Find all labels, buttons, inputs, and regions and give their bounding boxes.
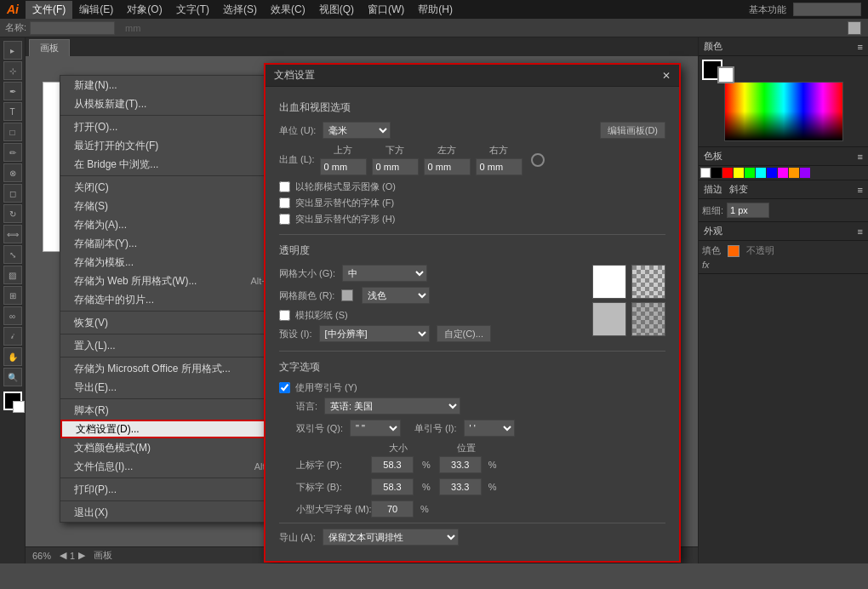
- mesh-tool[interactable]: ⊞: [3, 286, 22, 305]
- link-bleed-icon[interactable]: [531, 153, 545, 167]
- unit-row: 单位 (U): 毫米 像素 厘米 编辑画板(D): [279, 122, 665, 139]
- dialog-title-bar: 文档设置 ✕: [266, 65, 679, 87]
- col-size-header: 大小: [364, 442, 432, 455]
- subscript-pos-input[interactable]: [439, 478, 482, 495]
- stroke-swatch[interactable]: [717, 66, 734, 83]
- menu-window[interactable]: 窗口(W): [361, 1, 411, 19]
- direct-select-tool[interactable]: ⊹: [3, 61, 22, 80]
- menu-text[interactable]: 文字(T): [169, 1, 216, 19]
- language-label: 语言:: [296, 400, 317, 413]
- highlight-glyphs-label: 突出显示替代的字形 (H): [295, 213, 395, 226]
- subscript-size-input[interactable]: [371, 478, 414, 495]
- custom-btn[interactable]: 自定(C)...: [437, 325, 491, 342]
- canvas-tab[interactable]: 画板: [29, 39, 70, 56]
- fx-icon[interactable]: fx: [702, 260, 710, 270]
- export-label: 导山 (A):: [279, 531, 316, 544]
- superscript-row: 上标字 (P): % %: [296, 456, 665, 473]
- swatch-cyan[interactable]: [756, 168, 766, 178]
- color-spectrum[interactable]: [724, 82, 843, 141]
- stroke-menu-icon[interactable]: ≡: [858, 185, 863, 195]
- artboard-name-input[interactable]: [30, 21, 115, 35]
- swatch-magenta[interactable]: [778, 168, 788, 178]
- menu-file[interactable]: 文件(F): [26, 1, 72, 19]
- swatch-green[interactable]: [745, 168, 755, 178]
- simulate-paper-row: 模拟彩纸 (S): [279, 309, 592, 322]
- smart-quotes-row: 使用弯引号 (Y): [279, 381, 665, 394]
- export-select[interactable]: 保留文本可调排性: [323, 529, 459, 546]
- swatch-white[interactable]: [700, 168, 711, 178]
- stroke-weight-input[interactable]: [727, 203, 769, 218]
- smart-quotes-checkbox[interactable]: [279, 382, 290, 393]
- bleed-top-input[interactable]: [320, 158, 367, 175]
- menu-help[interactable]: 帮助(H): [411, 1, 460, 19]
- grid-color-select[interactable]: 浅色 深色: [362, 287, 430, 304]
- small-caps-input[interactable]: [371, 500, 414, 518]
- zoom-tool[interactable]: 🔍: [3, 368, 22, 386]
- shape-tool[interactable]: □: [3, 123, 22, 141]
- swatch-yellow[interactable]: [734, 168, 744, 178]
- small-caps-pct: %: [420, 504, 429, 514]
- bleed-right-input[interactable]: [476, 158, 523, 175]
- reflect-tool[interactable]: ⟺: [3, 225, 22, 243]
- swatches-menu-icon[interactable]: ≡: [858, 152, 863, 162]
- menu-object[interactable]: 对象(O): [120, 1, 168, 19]
- stroke-weight-row: 粗细:: [702, 203, 865, 218]
- dialog-close-btn[interactable]: ✕: [662, 70, 671, 82]
- swatch-blue[interactable]: [767, 168, 777, 178]
- zoom-level: 66%: [32, 551, 51, 561]
- fill-color[interactable]: [3, 392, 22, 410]
- eyedropper-tool[interactable]: 𝒾: [3, 327, 22, 346]
- unit-select[interactable]: 毫米 像素 厘米: [323, 122, 391, 139]
- bleed-bottom-input[interactable]: [372, 158, 419, 175]
- rotate-icon[interactable]: [848, 21, 861, 35]
- hand-tool[interactable]: ✋: [3, 347, 22, 366]
- blend-tool[interactable]: ∞: [3, 306, 22, 325]
- menu-view[interactable]: 视图(Q): [312, 1, 361, 19]
- appearance-menu-icon[interactable]: ≡: [858, 226, 863, 237]
- swatches-panel-header: 色板 ≡: [699, 147, 868, 166]
- menu-select[interactable]: 选择(S): [216, 1, 264, 19]
- scale-tool[interactable]: ⤡: [3, 245, 22, 264]
- grid-preview-white: [592, 265, 626, 299]
- swatch-red[interactable]: [722, 168, 733, 178]
- export-row: 导山 (A): 保留文本可调排性: [279, 523, 665, 546]
- stroke-panel-header: 描边 斜变 ≡: [699, 180, 868, 199]
- double-quote-select[interactable]: " ": [350, 420, 401, 437]
- outline-mode-checkbox[interactable]: [279, 181, 290, 192]
- rotate-tool[interactable]: ↻: [3, 204, 22, 223]
- transparency-section-title: 透明度: [279, 243, 665, 258]
- highlight-glyphs-checkbox[interactable]: [279, 214, 290, 225]
- search-input[interactable]: [793, 3, 861, 16]
- language-select[interactable]: 英语: 美国 中文: [324, 397, 460, 415]
- swatch-orange[interactable]: [789, 168, 799, 178]
- simulate-paper-checkbox[interactable]: [279, 310, 290, 321]
- superscript-pos-input[interactable]: [439, 456, 482, 473]
- artboard-status: 画板: [94, 549, 112, 562]
- panel-menu-icon[interactable]: ≡: [858, 42, 863, 52]
- highlight-fonts-checkbox[interactable]: [279, 197, 290, 209]
- preset-select[interactable]: [中分辨率] [低分辨率] [高分辨率]: [319, 325, 430, 342]
- pen-tool[interactable]: ✒: [3, 82, 22, 100]
- grid-size-select[interactable]: 中 小 大: [342, 265, 427, 282]
- superscript-size-input[interactable]: [371, 456, 414, 473]
- eraser-tool[interactable]: ◻: [3, 184, 22, 203]
- swatch-black[interactable]: [711, 168, 722, 178]
- bleed-top-group: 上方: [320, 144, 367, 175]
- gradient-tool[interactable]: ▨: [3, 266, 22, 284]
- fill-color-swatch[interactable]: [728, 245, 740, 257]
- menu-edit[interactable]: 编辑(E): [72, 1, 120, 19]
- swatch-purple[interactable]: [800, 168, 810, 178]
- grid-color-row: 网格颜色 (R): 浅色 深色: [279, 287, 592, 304]
- pencil-tool[interactable]: ✏: [3, 143, 22, 162]
- paint-tool[interactable]: ⊗: [3, 163, 22, 182]
- menu-effect[interactable]: 效果(C): [264, 1, 312, 19]
- subscript-pos-pct: %: [488, 482, 497, 492]
- edit-canvas-btn[interactable]: 编辑画板(D): [600, 122, 665, 139]
- bleed-left-input[interactable]: [424, 158, 471, 175]
- single-quote-select[interactable]: ' ': [464, 420, 515, 437]
- small-caps-label: 小型大写字母 (M):: [296, 503, 364, 516]
- selection-tool[interactable]: ▸: [3, 41, 22, 60]
- swatches-panel: 色板 ≡: [699, 147, 868, 180]
- text-tool[interactable]: T: [3, 102, 22, 121]
- grid-size-label: 网格大小 (G):: [279, 267, 335, 280]
